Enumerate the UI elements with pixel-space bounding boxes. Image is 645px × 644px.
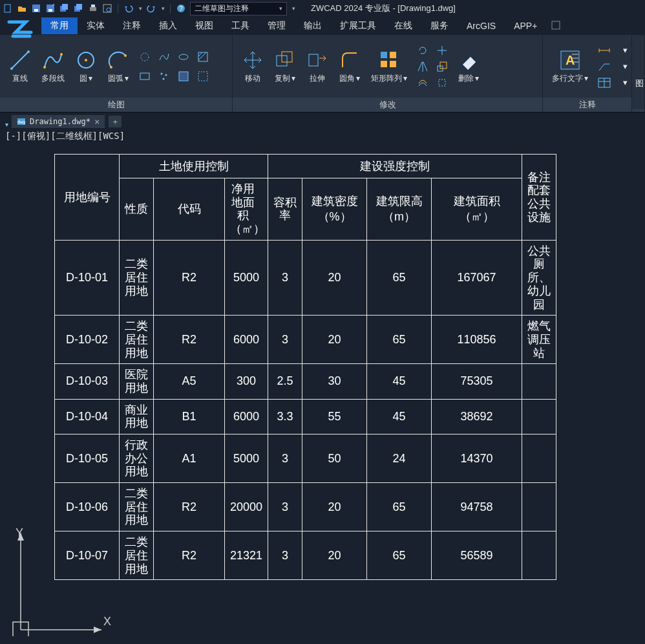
tab-solid[interactable]: 实体	[78, 17, 114, 34]
polygon-icon[interactable]	[137, 48, 153, 65]
circle-button[interactable]: 圆▾	[72, 47, 100, 85]
hatch-icon[interactable]	[195, 48, 211, 65]
tab-arcgis[interactable]: ArcGIS	[458, 18, 505, 34]
table-row: D-10-03医院用地A53002.5304575305	[55, 364, 556, 399]
svg-line-30	[198, 52, 206, 60]
table-drop-icon[interactable]: ▾	[617, 76, 633, 90]
draw-small-tools	[137, 48, 211, 85]
tab-focus-icon[interactable]	[546, 18, 566, 34]
stretch-button[interactable]: 拉伸	[304, 47, 331, 85]
drawing-table: 用地编号 土地使用控制 建设强度控制 备注配套公共设施 性质 代码 净用地面积（…	[54, 154, 556, 580]
th-group2: 建设强度控制	[268, 155, 522, 178]
workspace-selector[interactable]: 二维草图与注释 ▾	[190, 2, 287, 16]
svg-rect-7	[62, 4, 68, 10]
svg-line-17	[12, 52, 28, 69]
svg-rect-9	[76, 4, 82, 10]
qat-open-icon[interactable]	[17, 3, 27, 14]
copy-button[interactable]: 复制▾	[271, 47, 299, 85]
tab-pin-icon[interactable]: ▾	[3, 121, 11, 128]
erase-button[interactable]: 删除▾	[455, 47, 482, 85]
tab-annotate[interactable]: 注释	[114, 17, 150, 34]
arc-button[interactable]: 圆弧▾	[105, 47, 132, 85]
ribbon: 直线 多段线 圆▾ 圆弧▾	[0, 35, 645, 113]
document-tabs: ▾ dwg Drawing1.dwg* × +	[0, 113, 645, 128]
svg-text:dwg: dwg	[17, 120, 26, 125]
panel-modify: 移动 复制▾ 拉伸 圆角▾ 矩形阵列▾	[233, 35, 543, 112]
dim-linear-icon[interactable]	[596, 43, 613, 58]
dwg-file-icon: dwg	[17, 118, 26, 125]
undo-dropdown-icon[interactable]: ▾	[139, 5, 142, 12]
new-tab-button[interactable]: +	[108, 115, 122, 128]
svg-rect-39	[309, 54, 318, 66]
svg-rect-45	[440, 62, 447, 69]
tab-app[interactable]: APP+	[505, 18, 546, 34]
qat-preview-icon[interactable]	[102, 3, 112, 14]
svg-point-18	[10, 67, 13, 70]
qat-saveas-icon[interactable]	[45, 3, 56, 14]
qat-new-icon[interactable]	[3, 3, 13, 14]
app-logo[interactable]	[3, 18, 37, 40]
tab-online[interactable]: 在线	[385, 17, 421, 34]
offset-icon[interactable]	[415, 76, 430, 90]
svg-rect-2	[34, 9, 38, 12]
th-remark: 备注配套公共设施	[522, 155, 556, 241]
ucs-indicator[interactable]: Y X	[8, 526, 111, 636]
leader-icon[interactable]	[596, 59, 613, 74]
trim-icon[interactable]	[434, 43, 450, 58]
panel-annot-label[interactable]: 注释	[543, 98, 631, 112]
svg-rect-42	[381, 61, 387, 67]
spline-icon[interactable]	[156, 48, 172, 65]
table-icon[interactable]	[596, 76, 613, 90]
panel-modify-label[interactable]: 修改	[233, 98, 542, 112]
region-icon[interactable]	[176, 68, 191, 85]
leader-drop-icon[interactable]: ▾	[617, 59, 633, 74]
svg-point-23	[85, 59, 87, 61]
svg-point-13	[107, 8, 111, 12]
explode-icon[interactable]	[434, 76, 450, 90]
polyline-button[interactable]: 多段线	[39, 47, 67, 85]
tab-common[interactable]: 常用	[41, 17, 78, 34]
redo-dropdown-icon[interactable]: ▾	[162, 5, 165, 12]
qat-save-icon[interactable]	[31, 3, 41, 14]
rotate-icon[interactable]	[415, 43, 430, 58]
th-density: 建筑密度（%）	[302, 178, 367, 241]
qat-overflow-icon[interactable]: ▾	[292, 5, 295, 12]
tab-tools[interactable]: 工具	[222, 17, 259, 34]
qat-print-icon[interactable]	[88, 3, 98, 14]
tab-insert[interactable]: 插入	[150, 17, 186, 34]
document-tab[interactable]: dwg Drawing1.dwg* ×	[11, 114, 105, 128]
mtext-button[interactable]: A 多行文字▾	[549, 47, 591, 85]
viewport-label[interactable]: [-][俯视][二维线框][WCS]	[5, 131, 125, 142]
tab-ext[interactable]: 扩展工具	[331, 17, 385, 34]
qat-redo-icon[interactable]	[146, 3, 156, 14]
mirror-icon[interactable]	[415, 59, 430, 74]
qat-saveall-icon[interactable]	[59, 3, 70, 14]
svg-rect-10	[90, 7, 96, 11]
quick-access-toolbar: ▾ ▾ ? 二维草图与注释 ▾ ▾	[3, 2, 295, 16]
tab-view[interactable]: 视图	[186, 17, 222, 34]
tab-manage[interactable]: 管理	[259, 17, 295, 34]
table-row: D-10-04商业用地B160003.3554538692	[55, 399, 556, 434]
svg-rect-40	[381, 52, 387, 58]
line-button[interactable]: 直线	[6, 47, 34, 85]
dim-drop-icon[interactable]: ▾	[617, 43, 633, 58]
qat-undo-icon[interactable]	[123, 3, 134, 14]
panel-draw-label[interactable]: 绘图	[0, 98, 232, 112]
close-icon[interactable]: ×	[94, 116, 100, 127]
points-icon[interactable]	[156, 68, 172, 85]
drawing-canvas[interactable]: [-][俯视][二维线框][WCS] 用地编号 土地使用控制 建设强度控制 备注…	[0, 128, 645, 643]
fillet-button[interactable]: 圆角▾	[336, 47, 363, 85]
qat-help-icon[interactable]: ?	[176, 3, 186, 14]
qat-saveall2-icon[interactable]	[74, 3, 84, 14]
scale-icon[interactable]	[434, 59, 450, 74]
svg-point-21	[60, 53, 63, 56]
move-button[interactable]: 移动	[239, 47, 266, 85]
th-id: 用地编号	[55, 155, 120, 241]
tab-services[interactable]: 服务	[421, 17, 458, 34]
gradient-icon[interactable]	[195, 68, 211, 85]
tab-output[interactable]: 输出	[295, 17, 331, 34]
svg-rect-36	[198, 72, 207, 81]
ellipse-icon[interactable]	[176, 48, 191, 65]
array-button[interactable]: 矩形阵列▾	[368, 47, 410, 85]
rect-icon[interactable]	[137, 68, 153, 85]
